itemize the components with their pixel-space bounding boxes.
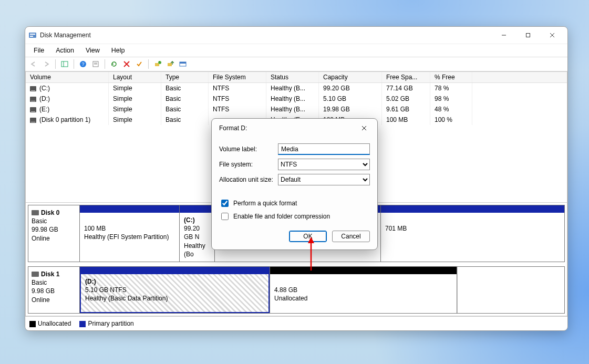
disk-0-partition-efi[interactable]: 100 MBHealthy (EFI System Partition) bbox=[80, 205, 180, 262]
col-status[interactable]: Status bbox=[266, 72, 319, 82]
svg-rect-21 bbox=[180, 62, 186, 64]
svg-rect-19 bbox=[168, 63, 172, 66]
settings-button[interactable] bbox=[178, 59, 188, 69]
ok-button[interactable]: OK bbox=[289, 231, 327, 242]
volume-list-header[interactable]: Volume Layout Type File System Status Ca… bbox=[26, 72, 567, 83]
menubar: File Action View Help bbox=[25, 44, 567, 57]
delete-button[interactable] bbox=[121, 59, 132, 69]
col-volume[interactable]: Volume bbox=[26, 72, 109, 82]
disk-1-empty bbox=[457, 267, 564, 313]
menu-action[interactable]: Action bbox=[50, 45, 79, 56]
svg-rect-0 bbox=[29, 33, 36, 38]
allocation-unit-select[interactable]: Default bbox=[278, 174, 370, 185]
disk-1-unallocated[interactable]: 4.88 GBUnallocated bbox=[270, 267, 457, 313]
file-system-select[interactable]: NTFS bbox=[278, 159, 370, 170]
col-capacity[interactable]: Capacity bbox=[319, 72, 382, 82]
close-button[interactable] bbox=[540, 27, 564, 44]
disk-0-label[interactable]: Disk 0 Basic 99.98 GB Online bbox=[28, 205, 80, 262]
disk-1-size: 9.98 GB bbox=[32, 287, 55, 295]
legend-unallocated: Unallocated bbox=[38, 320, 71, 327]
col-pct-free[interactable]: % Free bbox=[430, 72, 472, 82]
disk-icon bbox=[32, 210, 39, 215]
disk-1-name: Disk 1 bbox=[41, 270, 59, 278]
volume-label-label: Volume label: bbox=[219, 145, 278, 153]
legend-primary: Primary partition bbox=[88, 320, 133, 327]
volume-row[interactable]: (E:)SimpleBasicNTFSHealthy (B...19.98 GB… bbox=[26, 104, 567, 115]
minimize-button[interactable] bbox=[492, 27, 516, 44]
app-icon bbox=[28, 31, 37, 39]
volume-row[interactable]: (D:)SimpleBasicNTFSHealthy (B...5.10 GB5… bbox=[26, 93, 567, 104]
drive-icon bbox=[30, 86, 36, 91]
disk-0-status: Online bbox=[32, 235, 50, 242]
disk-0-size: 99.98 GB bbox=[32, 226, 58, 233]
disk-0-partition-recovery[interactable]: 701 MB bbox=[381, 205, 564, 262]
forward-button[interactable] bbox=[41, 59, 51, 69]
rescan-disks-button[interactable]: ↻ bbox=[152, 59, 163, 69]
show-hide-console-tree-button[interactable] bbox=[59, 59, 70, 69]
format-dialog: Format D: Volume label: File system: NTF… bbox=[211, 118, 378, 250]
dialog-title: Format D: bbox=[219, 124, 357, 132]
drive-icon bbox=[30, 97, 36, 102]
disk-0-type: Basic bbox=[32, 217, 47, 225]
svg-rect-2 bbox=[30, 36, 33, 37]
disk-1-type: Basic bbox=[32, 279, 47, 286]
quick-format-label: Perform a quick format bbox=[233, 200, 297, 207]
volume-label-input[interactable] bbox=[278, 143, 370, 155]
allocation-unit-label: Allocation unit size: bbox=[219, 176, 278, 183]
disk-row-1[interactable]: Disk 1 Basic 9.98 GB Online (D:)5.10 GB … bbox=[28, 266, 565, 314]
disk-0-name: Disk 0 bbox=[41, 209, 59, 217]
menu-file[interactable]: File bbox=[28, 45, 49, 56]
volume-row[interactable]: (C:)SimpleBasicNTFSHealthy (B...99.20 GB… bbox=[26, 83, 567, 93]
col-file-system[interactable]: File System bbox=[209, 72, 266, 82]
svg-text:↻: ↻ bbox=[159, 61, 161, 64]
drive-icon bbox=[30, 107, 36, 112]
legend: Unallocated Primary partition bbox=[25, 316, 567, 330]
properties-button[interactable] bbox=[90, 59, 101, 69]
disk-0-partition-c[interactable]: (C:)99.20 GB NHealthy (Bo bbox=[180, 205, 215, 262]
col-layout[interactable]: Layout bbox=[109, 72, 161, 82]
drive-icon bbox=[30, 118, 36, 123]
quick-format-checkbox[interactable] bbox=[221, 200, 229, 207]
refresh-button[interactable] bbox=[109, 59, 119, 69]
col-type[interactable]: Type bbox=[161, 72, 209, 82]
mark-button[interactable] bbox=[134, 59, 144, 69]
help-button[interactable]: ? bbox=[78, 59, 88, 69]
disk-1-partition-d[interactable]: (D:)5.10 GB NTFSHealthy (Basic Data Part… bbox=[80, 267, 270, 313]
toolbar: ? ↻ bbox=[25, 57, 567, 71]
titlebar[interactable]: Disk Management bbox=[25, 27, 567, 44]
enable-compression-checkbox[interactable] bbox=[221, 213, 229, 220]
legend-swatch-primary bbox=[79, 321, 86, 327]
dialog-titlebar[interactable]: Format D: bbox=[212, 119, 377, 138]
cancel-button[interactable]: Cancel bbox=[332, 231, 370, 242]
disk-1-label[interactable]: Disk 1 Basic 9.98 GB Online bbox=[28, 267, 80, 313]
svg-text:?: ? bbox=[81, 61, 84, 67]
menu-view[interactable]: View bbox=[80, 45, 105, 56]
enable-compression-label: Enable file and folder compression bbox=[233, 213, 330, 220]
file-system-label: File system: bbox=[219, 161, 278, 168]
svg-rect-7 bbox=[61, 61, 68, 67]
legend-swatch-unallocated bbox=[29, 321, 36, 327]
svg-rect-4 bbox=[526, 34, 530, 37]
back-button[interactable] bbox=[28, 59, 39, 69]
dialog-close-button[interactable] bbox=[357, 122, 371, 134]
attach-vhd-button[interactable] bbox=[165, 59, 175, 69]
menu-help[interactable]: Help bbox=[106, 45, 130, 56]
disk-icon bbox=[32, 272, 39, 277]
maximize-button[interactable] bbox=[516, 27, 540, 44]
svg-rect-1 bbox=[30, 34, 35, 35]
window-title: Disk Management bbox=[40, 32, 492, 39]
disk-1-status: Online bbox=[32, 296, 50, 304]
col-free-space[interactable]: Free Spa... bbox=[382, 72, 430, 82]
